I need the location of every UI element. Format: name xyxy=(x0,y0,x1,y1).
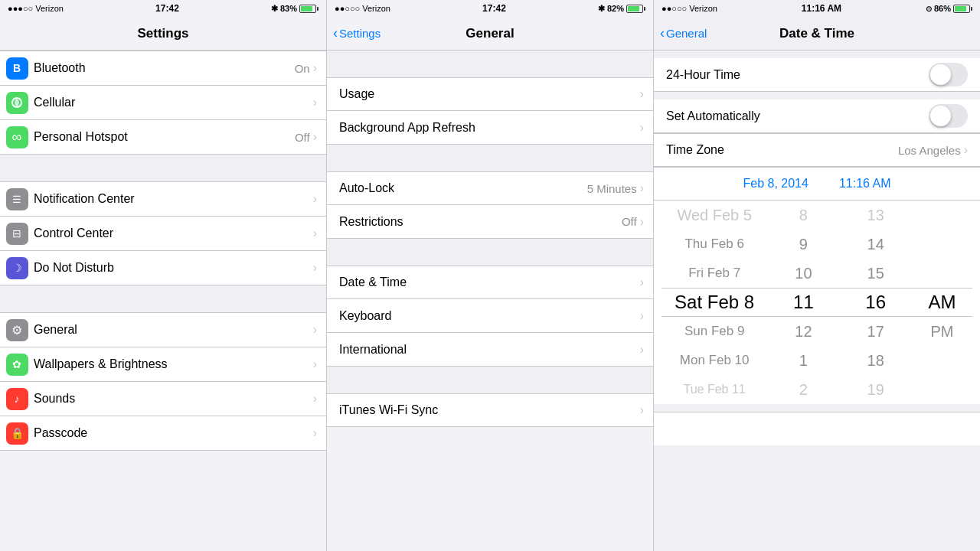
dt-top-spacer xyxy=(654,51,980,58)
back-label-3: General xyxy=(666,27,707,40)
picker-day-3: Sat Feb 8 xyxy=(675,288,754,317)
general-list: Usage › Background App Refresh › Auto-Lo… xyxy=(327,51,653,551)
picker-hour-1: 9 xyxy=(780,230,826,259)
wallpaper-label: Wallpapers & Brightness xyxy=(34,350,313,379)
auto-toggle[interactable] xyxy=(929,104,968,128)
timezone-label: Time Zone xyxy=(666,143,898,157)
picker-am: AM xyxy=(928,288,956,317)
restrictions-value: Off xyxy=(622,215,637,228)
chevron-icon: › xyxy=(313,261,317,275)
date-time-item[interactable]: Date & Time › xyxy=(327,266,653,299)
general-label: General xyxy=(34,315,313,344)
control-center-label: Control Center xyxy=(34,219,313,248)
battery-tip-2 xyxy=(644,7,645,11)
passcode-item[interactable]: 🔒 Passcode › xyxy=(0,416,326,451)
cellular-item[interactable]: Cellular › xyxy=(0,86,326,120)
nav-bar-3: ‹ General Date & Time xyxy=(654,17,980,51)
chevron-icon: › xyxy=(313,227,317,240)
international-item[interactable]: International › xyxy=(327,333,653,367)
picker-min-6: 19 xyxy=(853,375,899,404)
picker-columns: Wed Feb 5 Thu Feb 6 Fri Feb 7 Sat Feb 8 … xyxy=(654,201,980,404)
chevron-icon: › xyxy=(313,392,317,406)
wallpaper-item[interactable]: ✿ Wallpapers & Brightness › xyxy=(0,347,326,382)
bg-refresh-item[interactable]: Background App Refresh › xyxy=(327,111,653,145)
battery-pct-3: 86% xyxy=(934,4,951,13)
bg-refresh-label: Background App Refresh xyxy=(327,113,640,142)
carrier-1: ●●●○○ Verizon xyxy=(8,4,64,13)
dnd-item[interactable]: ☽ Do Not Disturb › xyxy=(0,251,326,285)
picker-day-5: Mon Feb 10 xyxy=(675,346,754,375)
auto-lock-value: 5 Minutes xyxy=(587,182,637,195)
auto-lock-item[interactable]: Auto-Lock 5 Minutes › xyxy=(327,171,653,205)
hotspot-item[interactable]: ∞ Personal Hotspot Off › xyxy=(0,120,326,155)
sounds-item[interactable]: ♪ Sounds › xyxy=(0,382,326,416)
back-to-general[interactable]: ‹ General xyxy=(660,25,707,41)
battery-body-3 xyxy=(953,5,970,13)
control-center-item[interactable]: ⊟ Control Center › xyxy=(0,217,326,251)
dt-bottom-bar xyxy=(654,412,980,445)
notification-icon-wrap: ☰ xyxy=(0,182,34,216)
back-chevron-icon-3: ‹ xyxy=(660,25,665,41)
back-chevron-icon: ‹ xyxy=(333,25,338,41)
24h-row: 24-Hour Time xyxy=(654,58,980,92)
picker-hour-3: 11 xyxy=(780,288,826,317)
back-to-settings[interactable]: ‹ Settings xyxy=(333,25,381,41)
top-spacer-2 xyxy=(327,51,653,77)
usage-item[interactable]: Usage › xyxy=(327,77,653,111)
general-icon-wrap: ⚙ xyxy=(0,313,34,347)
chevron-icon: › xyxy=(313,357,317,371)
keyboard-item[interactable]: Keyboard › xyxy=(327,299,653,333)
sep-g1 xyxy=(327,145,653,171)
general-icon: ⚙ xyxy=(6,319,28,341)
datetime-content: 24-Hour Time Set Automatically Time Zone… xyxy=(654,51,980,551)
timezone-row[interactable]: Time Zone Los Angeles › xyxy=(654,133,980,167)
notification-center-item[interactable]: ☰ Notification Center › xyxy=(0,181,326,217)
chevron-icon: › xyxy=(313,192,317,206)
dnd-label: Do Not Disturb xyxy=(34,253,313,282)
picker-min-4: 17 xyxy=(853,317,899,346)
battery-tip-1 xyxy=(317,7,318,11)
carrier-2: ●●○○○ Verizon xyxy=(335,4,390,13)
settings-panel: ●●●○○ Verizon 17:42 ✱ 83% Settings B Blu… xyxy=(0,0,327,551)
date-picker[interactable]: Wed Feb 5 Thu Feb 6 Fri Feb 7 Sat Feb 8 … xyxy=(654,201,980,404)
battery-fill-3 xyxy=(955,6,966,11)
restrictions-item[interactable]: Restrictions Off › xyxy=(327,205,653,239)
passcode-label: Passcode xyxy=(34,419,313,448)
chevron-icon: › xyxy=(640,121,644,135)
current-time: 11:16 AM xyxy=(839,177,891,191)
battery-body-1 xyxy=(299,5,316,13)
24h-label: 24-Hour Time xyxy=(666,68,929,82)
chevron-icon: › xyxy=(964,143,968,157)
connectivity-group: B Bluetooth On › Cellular › ∞ Pers xyxy=(0,51,326,155)
chevron-icon: › xyxy=(640,215,644,229)
battery-3: ⊙ 86% xyxy=(926,4,972,13)
picker-day-1: Thu Feb 6 xyxy=(675,230,754,259)
hotspot-value: Off xyxy=(295,131,310,144)
24h-toggle[interactable] xyxy=(929,63,968,86)
bluetooth-item[interactable]: B Bluetooth On › xyxy=(0,51,326,86)
picker-min-5: 18 xyxy=(853,346,899,375)
picker-hour-4: 12 xyxy=(780,317,826,346)
battery-pct-1: 83% xyxy=(280,4,297,13)
keyboard-label: Keyboard xyxy=(327,302,640,331)
restrictions-label: Restrictions xyxy=(327,207,622,236)
control-center-icon: ⊟ xyxy=(6,223,28,245)
picker-min-3: 16 xyxy=(853,288,899,317)
battery-tip-3 xyxy=(971,7,972,11)
general-item[interactable]: ⚙ General › xyxy=(0,312,326,347)
sounds-icon-wrap: ♪ xyxy=(0,382,34,416)
bt-icon: ✱ xyxy=(271,4,278,14)
chevron-icon: › xyxy=(640,403,644,417)
itunes-sync-item[interactable]: iTunes Wi-Fi Sync › xyxy=(327,393,653,427)
hotspot-icon: ∞ xyxy=(6,126,28,148)
controls-group: ☰ Notification Center › ⊟ Control Center… xyxy=(0,181,326,285)
auto-label: Set Automatically xyxy=(666,109,929,123)
settings-list: B Bluetooth On › Cellular › ∞ Pers xyxy=(0,51,326,551)
sounds-icon: ♪ xyxy=(6,388,28,410)
auto-toggle-thumb xyxy=(930,106,951,126)
battery-1: ✱ 83% xyxy=(271,4,318,14)
24h-toggle-thumb xyxy=(930,64,951,85)
settings-title: Settings xyxy=(137,26,188,41)
hotspot-icon-wrap: ∞ xyxy=(0,120,34,154)
status-bar-1: ●●●○○ Verizon 17:42 ✱ 83% xyxy=(0,0,326,17)
